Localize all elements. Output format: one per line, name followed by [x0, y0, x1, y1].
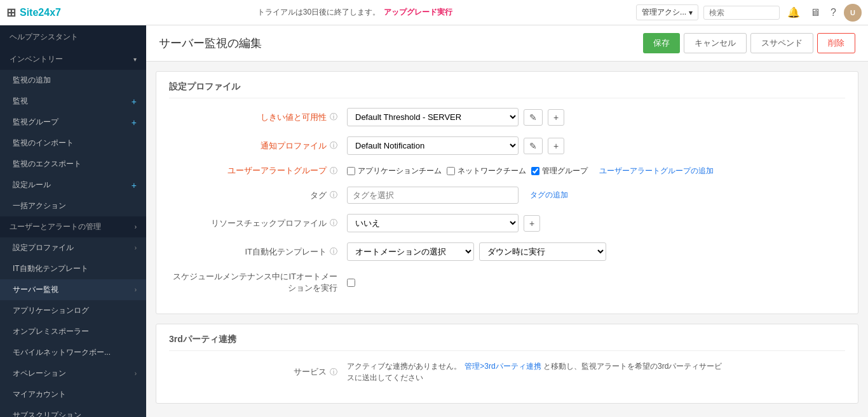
page-header: サーバー監視の編集 保存 キャンセル スサペンド 削除	[146, 25, 868, 62]
service-label: サービス ⓘ	[169, 366, 347, 378]
save-button[interactable]: 保存	[643, 33, 680, 53]
checkbox-app-team-input[interactable]	[347, 167, 355, 175]
bell-icon[interactable]: 🔔	[785, 4, 803, 21]
checkbox-network-team-input[interactable]	[447, 167, 455, 175]
automation-label: IT自動化テンプレート ⓘ	[169, 246, 347, 258]
sidebar-item-import[interactable]: 監視のインポート	[0, 133, 146, 154]
upgrade-link[interactable]: アップグレード実行	[384, 7, 452, 18]
cancel-button[interactable]: キャンセル	[684, 33, 747, 53]
third-party-section: 3rdパーティ連携 サービス ⓘ アクティブな連携がありません。 管理>3rdパ…	[156, 324, 858, 404]
tag-label: タグ ⓘ	[169, 190, 347, 201]
topbar-center: トライアルは30日後に終了します。 アップグレード実行	[74, 7, 636, 18]
sidebar-inventory[interactable]: インベントリー ▾	[0, 49, 146, 70]
display-icon[interactable]: 🖥	[808, 4, 823, 21]
sidebar-item-monitor-group[interactable]: 監視グループ +	[0, 112, 146, 133]
topbar-right: 管理アクシ... ▾ 🔔 🖥 ? U	[636, 4, 862, 22]
main-layout: ヘルプアシスタント インベントリー ▾ 監視の追加 監視 + 監視グループ + …	[0, 25, 868, 417]
threshold-control: Default Threshold - SERVER ✎ +	[347, 108, 633, 126]
admin-button[interactable]: 管理アクシ... ▾	[636, 4, 698, 20]
resource-label: リソースチェックプロファイル ⓘ	[169, 218, 347, 229]
sidebar-item-export[interactable]: 監視のエクスポート	[0, 154, 146, 175]
logo: ⊞ Site24x7	[6, 6, 61, 20]
logo-text: Site24x7	[20, 7, 61, 18]
suspend-button[interactable]: スサペンド	[750, 33, 813, 53]
avatar[interactable]: U	[844, 4, 862, 22]
service-content: アクティブな連携がありません。 管理>3rdパーティ連携 と移動し、監視アラート…	[347, 361, 760, 383]
chevron-down-icon: ▾	[689, 8, 693, 17]
sidebar-user-alert[interactable]: ユーザーとアラートの管理 ›	[0, 216, 146, 237]
service-link[interactable]: 管理>3rdパーティ連携	[465, 362, 541, 371]
notification-control: Default Notification ✎ +	[347, 136, 633, 155]
sidebar-item-app-log[interactable]: アプリケーションログ	[0, 300, 146, 321]
chevron-right-icon: ›	[135, 370, 137, 377]
chevron-down-icon: ▾	[133, 56, 137, 63]
sidebar-item-add-monitor[interactable]: 監視の追加	[0, 70, 146, 91]
automation-control: オートメーションの選択 ダウン時に実行	[347, 242, 633, 261]
sidebar-item-config-profile[interactable]: 設定プロファイル ›	[0, 237, 146, 258]
threshold-select[interactable]: Default Threshold - SERVER	[347, 108, 519, 126]
page-title: サーバー監視の編集	[159, 36, 262, 51]
checkbox-group: アプリケーションチーム ネットワークチーム 管理グループ ユーザーアラートグルー…	[347, 166, 714, 176]
plus-icon: +	[132, 96, 137, 107]
automation-run-select[interactable]: ダウン時に実行	[479, 242, 606, 261]
user-alert-row: ユーザーアラートグループ ⓘ アプリケーションチーム ネットワークチーム	[169, 165, 845, 176]
info-icon[interactable]: ⓘ	[330, 367, 337, 378]
checkbox-network-team[interactable]: ネットワークチーム	[447, 166, 526, 176]
automation-select[interactable]: オートメーションの選択	[347, 242, 474, 261]
user-alert-label: ユーザーアラートグループ ⓘ	[169, 165, 347, 176]
chevron-right-icon: ›	[135, 286, 137, 293]
info-icon[interactable]: ⓘ	[330, 190, 337, 201]
chevron-right-icon: ›	[135, 244, 137, 251]
checkbox-app-team[interactable]: アプリケーションチーム	[347, 166, 442, 176]
info-icon[interactable]: ⓘ	[330, 140, 337, 151]
config-profile-section: 設定プロファイル しきい値と可用性 ⓘ Default Threshold - …	[156, 71, 858, 314]
tag-input[interactable]	[347, 187, 519, 204]
grid-icon: ⊞	[6, 6, 16, 20]
info-icon[interactable]: ⓘ	[330, 166, 337, 176]
help-icon[interactable]: ?	[828, 4, 839, 21]
threshold-label: しきい値と可用性 ⓘ	[169, 112, 347, 123]
sidebar-item-rules[interactable]: 設定ルール +	[0, 175, 146, 195]
section-title: 設定プロファイル	[169, 81, 845, 98]
sidebar-item-mobile[interactable]: モバイルネットワークボー...	[0, 342, 146, 363]
sidebar-item-subscription[interactable]: サブスクリプション	[0, 405, 146, 417]
automation-row: IT自動化テンプレート ⓘ オートメーションの選択 ダウン時に実行	[169, 242, 845, 261]
maintenance-control	[347, 279, 633, 287]
checkbox-admin-group[interactable]: 管理グループ	[531, 166, 588, 176]
info-icon[interactable]: ⓘ	[330, 112, 337, 122]
plus-icon: +	[132, 180, 137, 190]
threshold-edit-button[interactable]: ✎	[524, 109, 543, 126]
tag-row: タグ ⓘ タグの追加	[169, 187, 845, 204]
sidebar-item-server[interactable]: サーバー監視 ›	[0, 279, 146, 300]
bottom-actions: 保存 キャンセル	[146, 413, 868, 417]
maintenance-checkbox[interactable]	[347, 279, 355, 287]
checkbox-admin-group-input[interactable]	[531, 167, 539, 175]
info-icon[interactable]: ⓘ	[330, 218, 337, 228]
delete-button[interactable]: 削除	[817, 33, 855, 53]
user-alert-add-link[interactable]: ユーザーアラートグループの追加	[599, 166, 714, 176]
chevron-right-icon: ›	[135, 223, 137, 230]
search-input[interactable]	[703, 6, 780, 20]
sidebar-item-monitor[interactable]: 監視 +	[0, 91, 146, 112]
sidebar-item-it-auto[interactable]: IT自動化テンプレート	[0, 258, 146, 279]
resource-control: いいえ +	[347, 214, 633, 232]
threshold-add-button[interactable]: +	[548, 109, 564, 126]
sidebar-item-bulk[interactable]: 一括アクション	[0, 195, 146, 216]
info-icon[interactable]: ⓘ	[330, 246, 337, 257]
notification-select[interactable]: Default Notification	[347, 136, 519, 155]
resource-add-button[interactable]: +	[524, 215, 540, 232]
notification-edit-button[interactable]: ✎	[524, 138, 543, 154]
maintenance-row: スケジュールメンテナンス中にITオートメーションを実行	[169, 271, 845, 294]
admin-label: 管理アクシ...	[642, 7, 686, 18]
resource-select[interactable]: いいえ	[347, 214, 519, 232]
notification-label: 通知プロファイル ⓘ	[169, 140, 347, 152]
sidebar-item-account[interactable]: マイアカウント	[0, 384, 146, 405]
sidebar: ヘルプアシスタント インベントリー ▾ 監視の追加 監視 + 監視グループ + …	[0, 25, 146, 417]
notification-add-button[interactable]: +	[548, 138, 564, 154]
sidebar-item-operations[interactable]: オペレーション ›	[0, 363, 146, 384]
tag-add-link[interactable]: タグの追加	[530, 190, 568, 201]
service-text: アクティブな連携がありません。 管理>3rdパーティ連携 と移動し、監視アラート…	[347, 361, 728, 383]
topbar: ⊞ Site24x7 トライアルは30日後に終了します。 アップグレード実行 管…	[0, 0, 868, 25]
sidebar-item-on-prem[interactable]: オンプレミスポーラー	[0, 321, 146, 342]
sidebar-help[interactable]: ヘルプアシスタント	[0, 25, 146, 49]
